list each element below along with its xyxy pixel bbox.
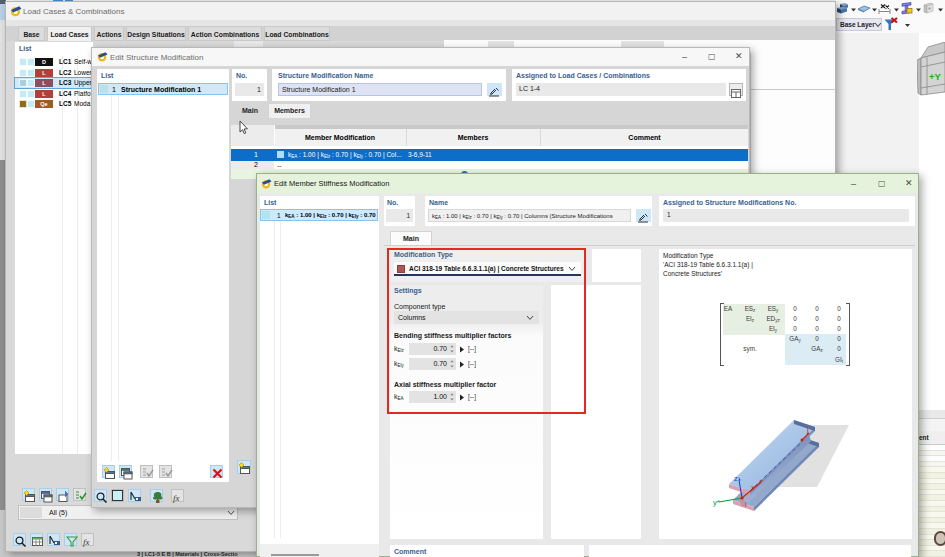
svg-text:y: y: [713, 498, 717, 507]
svg-text:j: j: [806, 425, 809, 434]
svg-text:+Y: +Y: [929, 71, 942, 82]
svg-text:z: z: [734, 474, 738, 483]
svg-text:x: x: [751, 483, 755, 492]
svg-text:fx: fx: [173, 493, 180, 503]
svg-text:fx: fx: [83, 537, 90, 547]
